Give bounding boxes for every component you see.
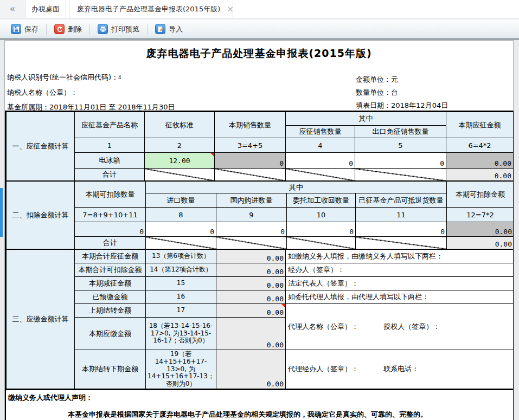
taxable-amount-cell: 0.00 (446, 153, 514, 169)
taxpayer-info: 纳税人识别号(统一社会信用代码)：4 纳税人名称（公章）： 基金所属期：2018… (7, 70, 175, 114)
blocked-cell (287, 237, 356, 249)
declaration-statement: 缴纳义务人或代理人声明： 本基金申报表是根据国家关于废弃电器电子产品处理基金的相… (6, 389, 513, 420)
fund-period-label: 基金所属期： (7, 103, 49, 111)
col-header-among-which: 其中 (146, 182, 447, 193)
quantity-unit-label: 数量单位： (356, 88, 391, 96)
toolbar-separator (89, 24, 90, 35)
taxpayer-id-line: 纳税人识别号(统一社会信用代码)：4 (7, 70, 175, 85)
save-button[interactable]: 保存 (7, 22, 43, 36)
import-pencil-icon (155, 24, 165, 34)
row-formula: 18（若13-14-15-16-17>0, 为13-14-15-16-17；否则… (146, 318, 216, 350)
agent-name-label: 代理人名称（公章）： (288, 322, 358, 331)
row-formula: 19（若14+15+16+17-13>0, 为14+15+16+17-13；否则… (146, 350, 216, 389)
col-header-taxable-amount: 本期应征金额 (446, 112, 514, 138)
save-icon (11, 24, 21, 34)
printer-icon (98, 24, 108, 34)
agent-handler-cell: 代理经办人（签章）： 联系电话： (286, 350, 514, 389)
row-label: 本期合计应征金额 (75, 250, 146, 263)
section3-payable-amount: 三、应缴金额计算 本期合计应征金额 13（第6项合计数） 0.00 如缴纳义务人… (6, 249, 514, 389)
row-value-cell: 0.00 (216, 290, 286, 304)
print-preview-button-label: 打印预览 (111, 24, 139, 34)
row-value-cell: 0.00 (216, 318, 286, 350)
col-header-among-which: 其中 (286, 112, 446, 126)
handler-signature-label: 经办人（签章）： (286, 263, 514, 277)
row-formula: 15 (146, 277, 216, 290)
col-header-returned-goods-qty: 已征基金产品可抵退货数量 (356, 193, 447, 208)
col-header-sales-qty: 本期销售数量 (215, 112, 286, 138)
collapse-tabs-button[interactable]: « (0, 0, 25, 18)
row-formula: 16 (146, 290, 216, 304)
import-button-label: 导入 (169, 24, 183, 34)
quantity-unit-value: 台 (391, 88, 398, 96)
print-preview-button[interactable]: 打印预览 (93, 22, 144, 36)
export-exempt-qty-input[interactable]: 0 (355, 153, 446, 169)
row-label: 本期结转下期金额 (75, 350, 146, 389)
amount-unit-line: 金额单位：元 (356, 73, 448, 86)
left-scroll-indicator[interactable] (0, 188, 3, 237)
amount-unit-value: 元 (391, 75, 398, 83)
tab-tax-desktop[interactable]: 办税桌面 (25, 0, 66, 18)
declaration-heading: 缴纳义务人或代理人声明： (8, 393, 511, 403)
blocked-cell (145, 169, 215, 181)
col-number: 9 (216, 208, 287, 222)
levy-standard-input[interactable]: 12.00 (145, 153, 215, 169)
row-label: 上期结转金额 (75, 304, 146, 318)
sales-qty-cell: 0 (215, 153, 286, 169)
toolbar-separator (46, 24, 47, 35)
authorizer-signature-label: 授权人（签章）： (383, 322, 440, 332)
delete-icon (54, 24, 65, 34)
col-number: 3=4+5 (215, 138, 286, 153)
col-number: 10 (287, 208, 356, 222)
close-tab-icon[interactable]: × (227, 4, 234, 14)
commission-recovered-qty-input[interactable]: 0 (287, 222, 356, 237)
blocked-cell (355, 169, 446, 181)
units-info: 金额单位：元 数量单位：台 填表日期：2018年12月04日 (356, 73, 448, 112)
deductible-amount-cell: 0.00 (447, 222, 514, 237)
tab-label: 办税桌面 (31, 4, 60, 14)
total-deductible-amount-cell: 0.00 (447, 237, 514, 249)
import-qty-input[interactable]: 0 (146, 222, 216, 237)
row-formula: 14（第12项合计数） (146, 263, 216, 277)
col-header-taxable-sales-qty: 应征销售数量 (286, 126, 355, 138)
declaration-table: 一、应征金额计算 应征基金产品名称 征收标准 本期销售数量 其中 本期应征金额 … (5, 111, 514, 420)
row-label: 本期减征金额 (75, 277, 146, 290)
levy-standard-value: 12.00 (169, 157, 190, 165)
col-header-deductible-qty: 本期可扣除数量 (75, 182, 146, 208)
row-formula: 17 (146, 304, 216, 318)
col-number: 5 (355, 138, 446, 153)
toolbar-separator (147, 24, 148, 35)
tab-fund-declaration-form[interactable]: 废弃电器电子产品处理基金申报表(2015年版) × (69, 0, 233, 18)
delete-button-label: 删除 (68, 24, 82, 34)
col-header-domestic-purchase-qty: 国内购进数量 (216, 193, 287, 208)
taxable-sales-qty-input[interactable]: 0 (286, 153, 355, 169)
col-number: 4 (286, 138, 355, 153)
quantity-unit-line: 数量单位：台 (356, 86, 448, 99)
col-number: 12=7*2 (447, 208, 514, 222)
col-number: 1 (75, 138, 145, 153)
returned-goods-qty-input[interactable]: 0 (356, 222, 447, 237)
import-button[interactable]: 导入 (151, 22, 187, 36)
comment-marker-icon (210, 153, 214, 157)
taxpayer-name-line: 纳税人名称（公章）： (7, 85, 175, 100)
col-header-import-qty: 进口数量 (146, 193, 216, 208)
domestic-purchase-qty-input[interactable]: 0 (216, 222, 287, 237)
fill-date-label: 填表日期： (356, 101, 391, 109)
fill-date-value: 2018年12月04日 (391, 101, 448, 109)
deductible-qty-cell: 0 (75, 222, 146, 237)
col-number: 2 (145, 138, 215, 153)
amount-unit-label: 金额单位： (356, 75, 391, 83)
blocked-cell (286, 169, 355, 181)
blocked-cell (215, 169, 286, 181)
col-header-product-name: 应征基金产品名称 (75, 112, 145, 138)
total-row-label: 合计 (75, 169, 145, 181)
row-value-cell: 0.00 (216, 250, 286, 263)
section1-taxable-amount: 一、应征金额计算 应征基金产品名称 征收标准 本期销售数量 其中 本期应征金额 … (6, 112, 514, 181)
save-button-label: 保存 (24, 24, 39, 34)
col-number: 7=8+9+10+11 (75, 208, 146, 222)
delete-button[interactable]: 删除 (50, 22, 86, 36)
col-header-deductible-amount: 本期可扣除金额 (447, 182, 514, 208)
agent-name-cell: 代理人名称（公章）： 授权人（签章）： (286, 304, 514, 350)
section1-group-label: 一、应征金额计算 (7, 112, 75, 181)
taxpayer-id-value: 4 (118, 75, 121, 80)
fund-period-value: 2018年11月01日 至 2018年11月30日 (49, 103, 175, 111)
